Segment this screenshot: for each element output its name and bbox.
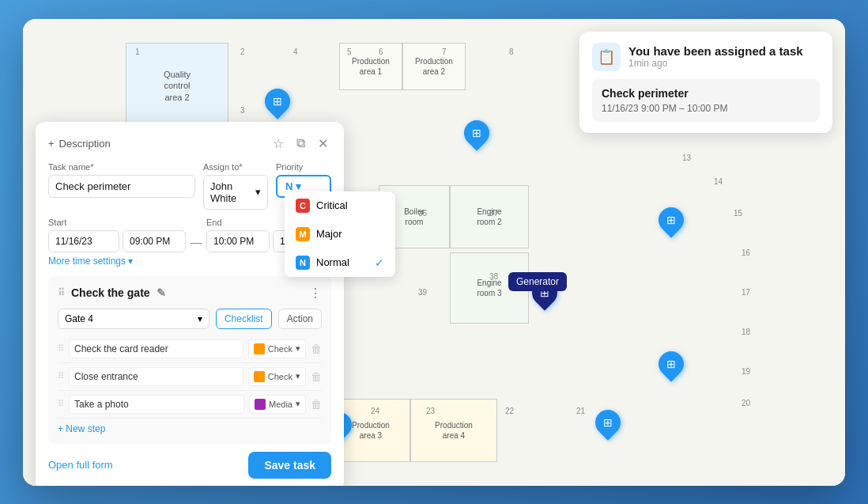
notif-task-time: 11/16/23 9:00 PM – 10:00 PM: [602, 103, 810, 114]
task-form: + Description ☆ ⧉ ✕ Task name* Assign to…: [36, 122, 344, 486]
more-options-icon[interactable]: ⋮: [309, 286, 322, 301]
star-button[interactable]: ☆: [270, 135, 287, 153]
step-name-input-2[interactable]: [69, 367, 243, 386]
notif-task: Check perimeter 11/16/23 9:00 PM – 10:00…: [592, 79, 820, 122]
map-num-39: 39: [418, 288, 427, 297]
priority-option-critical[interactable]: C Critical: [285, 191, 395, 220]
assign-select[interactable]: John White ▾: [203, 175, 268, 210]
major-label: Major: [316, 228, 342, 240]
notif-task-name: Check perimeter: [602, 87, 810, 100]
start-time-input[interactable]: [123, 230, 186, 252]
room-label: Productionarea 2: [415, 56, 453, 77]
step-row-3: ⠿ Media ▾ 🗑: [58, 391, 322, 419]
step-drag-3: ⠿: [58, 399, 64, 409]
map-num-5: 5: [347, 47, 352, 56]
critical-label: Critical: [316, 199, 348, 211]
room-production-4: Productionarea 4: [410, 399, 497, 462]
qr-icon-right-1: ⊞: [666, 214, 676, 226]
task-name-input[interactable]: [48, 175, 195, 198]
notification-card: 📋 You have been assigned a task 1min ago…: [579, 32, 832, 133]
step-type-3[interactable]: Media ▾: [249, 395, 306, 414]
map-num-36: 36: [418, 209, 427, 218]
main-container: Qualitycontrolarea 2 Productionarea 1 Pr…: [23, 19, 845, 486]
step-delete-1[interactable]: 🗑: [311, 343, 322, 355]
pin-marker-2[interactable]: ⊞: [464, 120, 489, 152]
close-button[interactable]: ✕: [315, 135, 331, 153]
normal-label: Normal: [316, 256, 349, 268]
pin-circle-bottom: ⊞: [590, 404, 625, 440]
date-separator: —: [191, 236, 202, 248]
major-dot: M: [296, 227, 310, 241]
checklist-select-row: Gate 4 ▾ Checklist Action: [58, 309, 322, 329]
open-full-form-link[interactable]: Open full form: [48, 459, 113, 471]
room-production-2: Productionarea 2: [402, 43, 466, 90]
checklist-header: ⠿ Check the gate ✎ ⋮: [58, 286, 322, 301]
qr-icon-1: ⊞: [273, 95, 282, 108]
chevron-down-icon: ▾: [255, 186, 261, 198]
chevron-step-3: ▾: [296, 399, 300, 409]
critical-dot: C: [296, 199, 310, 213]
new-step-row[interactable]: + New step: [58, 419, 322, 434]
step-type-1[interactable]: Check ▾: [248, 339, 306, 358]
pin-marker-right-2[interactable]: ⊞: [659, 351, 684, 383]
assign-group: Assign to* John White ▾: [203, 162, 268, 210]
pin-marker-right-1[interactable]: ⊞: [659, 207, 684, 239]
room-label: Qualitycontrolarea 2: [164, 69, 191, 103]
qr-icon-bottom: ⊞: [603, 416, 613, 429]
form-header-left: + Description: [48, 138, 111, 150]
plus-icon: +: [48, 138, 55, 150]
checklist-title-row: ⠿ Check the gate ✎: [58, 286, 166, 299]
pin-circle-1: ⊞: [259, 83, 295, 119]
new-step-label: + New step: [58, 423, 105, 434]
priority-option-major[interactable]: M Major: [285, 220, 395, 248]
copy-button[interactable]: ⧉: [293, 135, 308, 152]
room-quality-control-2: Qualitycontrolarea 2: [126, 43, 228, 130]
room-label: Productionarea 4: [435, 420, 473, 441]
media-type-icon: [255, 399, 266, 410]
checklist-title: Check the gate: [71, 286, 150, 299]
selected-check-icon: ✓: [375, 256, 384, 269]
save-task-button[interactable]: Save task: [248, 452, 331, 479]
map-num-20: 20: [742, 399, 750, 407]
step-name-input-1[interactable]: [69, 339, 243, 358]
step-name-input-3[interactable]: [69, 395, 244, 414]
start-group: Start: [48, 218, 186, 252]
qr-icon-2: ⊞: [472, 127, 481, 139]
map-num-6: 6: [379, 47, 383, 56]
location-select[interactable]: Gate 4 ▾: [58, 309, 209, 329]
map-num-23: 23: [426, 407, 435, 415]
action-button[interactable]: Action: [278, 309, 322, 329]
notif-header-text: You have been assigned a task 1min ago: [628, 44, 803, 69]
map-num-3: 3: [240, 106, 245, 115]
pin-marker-bottom[interactable]: ⊞: [595, 410, 621, 441]
map-num-1: 1: [135, 47, 140, 56]
checklist-type-button[interactable]: Checklist: [216, 309, 272, 329]
map-num-21: 21: [576, 407, 585, 415]
assign-label: Assign to*: [203, 162, 268, 172]
priority-option-normal[interactable]: N Normal ✓: [285, 248, 395, 277]
map-num-18: 18: [742, 328, 750, 336]
step-type-2[interactable]: Check ▾: [248, 367, 306, 386]
pin-marker-1[interactable]: ⊞: [265, 89, 290, 120]
map-num-8: 8: [509, 47, 514, 56]
chevron-down-icon-priority: ▾: [296, 180, 301, 192]
pin-circle-right-1: ⊞: [653, 202, 689, 237]
edit-icon[interactable]: ✎: [157, 286, 166, 299]
chevron-step-1: ▾: [296, 343, 300, 354]
map-num-19: 19: [742, 367, 750, 376]
priority-dropdown: C Critical M Major N Normal ✓: [285, 191, 395, 277]
form-header-actions: ☆ ⧉ ✕: [270, 135, 331, 153]
step-delete-3[interactable]: 🗑: [311, 398, 322, 411]
task-name-group: Task name*: [48, 162, 195, 210]
room-label: Productionarea 1: [352, 56, 390, 77]
start-date-input[interactable]: [48, 230, 119, 252]
pin-circle-2: ⊞: [459, 115, 494, 150]
check-type-icon-1: [254, 343, 265, 354]
form-footer: Open full form Save task: [48, 452, 331, 479]
map-num-38: 38: [489, 272, 498, 281]
end-time-input[interactable]: [206, 230, 270, 252]
more-time-label: More time settings: [48, 256, 126, 267]
chevron-step-2: ▾: [296, 371, 300, 381]
step-delete-2[interactable]: 🗑: [311, 370, 322, 383]
notif-header: 📋 You have been assigned a task 1min ago: [592, 43, 820, 71]
